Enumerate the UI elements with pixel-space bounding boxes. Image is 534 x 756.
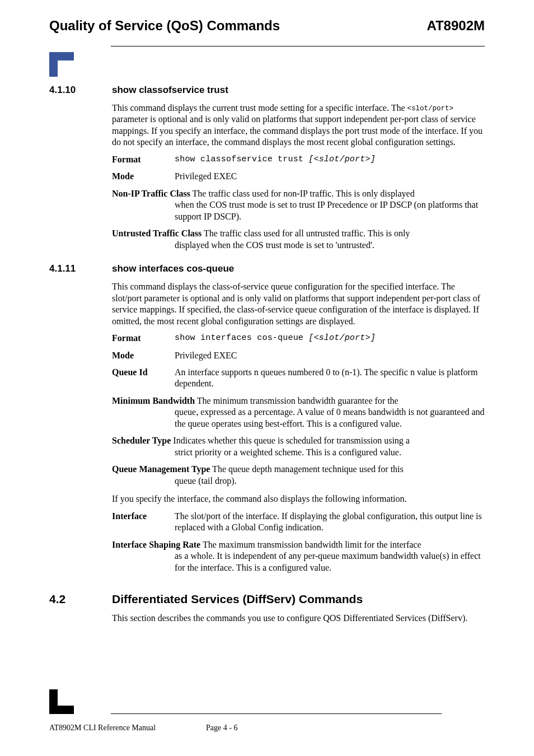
header-left: Quality of Service (QoS) Commands bbox=[49, 18, 280, 34]
section-description: This command displays the class-of-servi… bbox=[112, 281, 485, 327]
queue-id-label: Queue Id bbox=[112, 367, 175, 390]
untrusted-traffic-class: Untrusted Traffic Class The traffic clas… bbox=[112, 228, 485, 251]
interface-note: If you specify the interface, the comman… bbox=[112, 493, 485, 505]
interface-shaping-rate: Interface Shaping Rate The maximum trans… bbox=[112, 539, 485, 573]
section-heading: 4.1.10 show classofservice trust bbox=[49, 85, 485, 96]
section-number: 4.2 bbox=[49, 592, 112, 606]
mode-label: Mode bbox=[112, 171, 175, 182]
header-right: AT8902M bbox=[427, 18, 485, 34]
section-number: 4.1.11 bbox=[49, 263, 112, 274]
section-title: show interfaces cos-queue bbox=[112, 263, 234, 274]
scheduler-type: Scheduler Type Indicates whether this qu… bbox=[112, 435, 485, 458]
mode-value: Privileged EXEC bbox=[175, 171, 485, 182]
footer-manual-name: AT8902M CLI Reference Manual bbox=[49, 724, 156, 732]
mode-label: Mode bbox=[112, 350, 175, 361]
section-heading: 4.2 Differentiated Services (DiffServ) C… bbox=[49, 592, 485, 606]
section-title: show classofservice trust bbox=[112, 85, 228, 96]
format-row: Format show classofservice trust [<slot/… bbox=[112, 154, 485, 165]
interface-row: Interface The slot/port of the interface… bbox=[112, 511, 485, 534]
page-header: Quality of Service (QoS) Commands AT8902… bbox=[49, 18, 485, 34]
section-description: This section describes the commands you … bbox=[112, 613, 485, 624]
section-description: This command displays the current trust … bbox=[112, 102, 485, 148]
corner-ornament-bottom bbox=[49, 689, 74, 714]
header-rule bbox=[111, 46, 485, 46]
section-title: Differentiated Services (DiffServ) Comma… bbox=[112, 592, 363, 606]
queue-id-value: An interface supports n queues numbered … bbox=[175, 367, 485, 390]
nonip-traffic-class: Non-IP Traffic Class The traffic class u… bbox=[112, 188, 485, 222]
mode-row: Mode Privileged EXEC bbox=[112, 350, 485, 361]
format-row: Format show interfaces cos-queue [<slot/… bbox=[112, 333, 485, 344]
queue-management-type: Queue Management Type The queue depth ma… bbox=[112, 464, 485, 487]
interface-value: The slot/port of the interface. If displ… bbox=[175, 511, 485, 534]
section-heading: 4.1.11 show interfaces cos-queue bbox=[49, 263, 485, 274]
format-value: show interfaces cos-queue [<slot/port>] bbox=[175, 333, 485, 344]
format-label: Format bbox=[112, 333, 175, 344]
format-label: Format bbox=[112, 154, 175, 165]
section-number: 4.1.10 bbox=[49, 85, 112, 96]
mode-row: Mode Privileged EXEC bbox=[112, 171, 485, 182]
svg-rect-3 bbox=[49, 706, 74, 714]
svg-rect-1 bbox=[49, 52, 74, 60]
minimum-bandwidth: Minimum Bandwidth The minimum transmissi… bbox=[112, 395, 485, 430]
corner-ornament-top bbox=[49, 52, 485, 77]
interface-label: Interface bbox=[112, 511, 175, 534]
mode-value: Privileged EXEC bbox=[175, 350, 485, 361]
format-value: show classofservice trust [<slot/port>] bbox=[175, 154, 485, 165]
footer-page-number: Page 4 - 6 bbox=[206, 724, 237, 732]
footer-rule bbox=[111, 713, 442, 714]
queue-id-row: Queue Id An interface supports n queues … bbox=[112, 367, 485, 390]
slot-port-param: <slot/port> bbox=[407, 105, 454, 113]
